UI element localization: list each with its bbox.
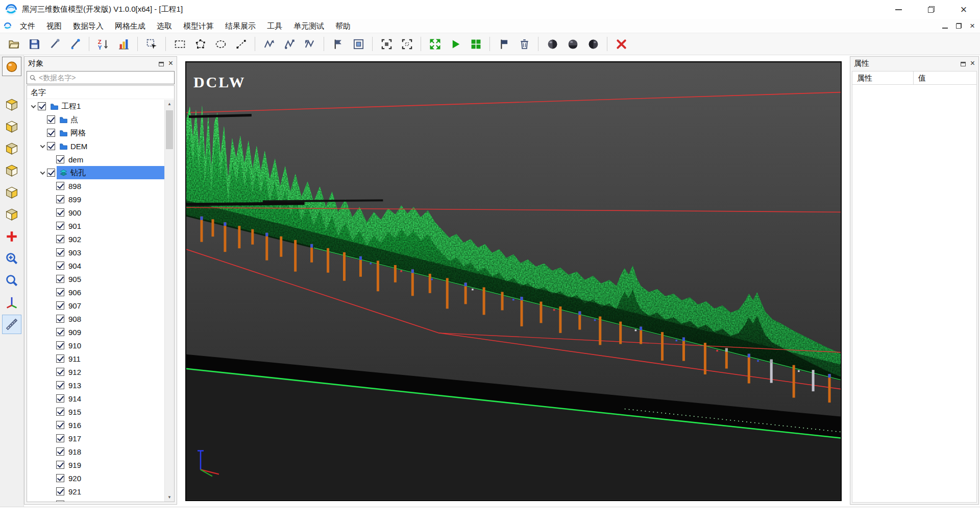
object-panel-float-button[interactable]: [159, 59, 164, 68]
menu-item-4[interactable]: 网格生成: [109, 19, 151, 33]
tree-checkbox[interactable]: [56, 301, 64, 310]
select-line-button[interactable]: [231, 35, 251, 53]
shade-mode-1-button[interactable]: [543, 35, 562, 53]
tree-checkbox[interactable]: [56, 501, 64, 502]
tree-row-core[interactable]: 918: [66, 445, 164, 458]
add-section-tool-button[interactable]: [2, 227, 21, 246]
shade-mode-3-button[interactable]: [583, 35, 603, 53]
tree-item-907[interactable]: 907: [27, 299, 164, 312]
probe-line-blue-button[interactable]: [65, 35, 85, 53]
tree-item-911[interactable]: 911: [27, 352, 164, 365]
tree-row-core[interactable]: 912: [66, 365, 164, 378]
tree-checkbox[interactable]: [56, 394, 64, 402]
tree-item-919[interactable]: 919: [27, 458, 164, 471]
chevron-down-icon[interactable]: [29, 105, 37, 108]
menu-item-9[interactable]: 单元测试: [288, 19, 330, 33]
tree-item-900[interactable]: 900: [27, 206, 164, 219]
tree-row-core[interactable]: 905: [66, 272, 164, 286]
close-button[interactable]: ×: [947, 0, 980, 19]
view-cube-back-button[interactable]: [2, 117, 21, 136]
tree-item-915[interactable]: 915: [27, 405, 164, 418]
fit-view-button[interactable]: [425, 35, 445, 53]
tree-checkbox[interactable]: [56, 381, 64, 389]
mdi-restore-button[interactable]: [956, 21, 962, 30]
zoom-in-tool-button[interactable]: [2, 249, 21, 268]
tree-checkbox[interactable]: [47, 115, 55, 124]
mdi-minimize-button[interactable]: [942, 21, 948, 30]
tree-row-core[interactable]: 工程1: [47, 100, 164, 113]
properties-column-value[interactable]: 值: [914, 72, 930, 84]
menu-item-2[interactable]: 视图: [41, 19, 67, 33]
menu-item-1[interactable]: 文件: [14, 19, 41, 33]
cell-pick-button[interactable]: [349, 35, 368, 53]
scrollbar-down-arrow[interactable]: ▼: [165, 493, 174, 502]
menu-item-8[interactable]: 工具: [261, 19, 288, 33]
extent-select-small-button[interactable]: [397, 35, 416, 53]
minimize-button[interactable]: [882, 0, 915, 19]
object-panel-close-button[interactable]: ×: [168, 59, 173, 67]
tree-item-工程1[interactable]: 工程1: [27, 100, 164, 113]
tree-row-core[interactable]: 917: [66, 432, 164, 445]
tree-checkbox[interactable]: [47, 142, 55, 150]
tree-row-core[interactable]: 网格: [57, 126, 164, 139]
tree-item-904[interactable]: 904: [27, 259, 164, 272]
tree-row-core[interactable]: 914: [66, 392, 164, 405]
tree-checkbox[interactable]: [56, 461, 64, 469]
tree-row-core[interactable]: 913: [66, 378, 164, 392]
tree-item-916[interactable]: 916: [27, 418, 164, 432]
tree-item-902[interactable]: 902: [27, 232, 164, 246]
select-ellipse-button[interactable]: [211, 35, 230, 53]
tree-item-905[interactable]: 905: [27, 272, 164, 286]
tree-row-core[interactable]: 901: [66, 219, 164, 232]
extent-select-button[interactable]: [377, 35, 396, 53]
view-cube-front-button[interactable]: [2, 95, 21, 114]
tree-checkbox[interactable]: [56, 195, 64, 203]
tree-checkbox[interactable]: [56, 474, 64, 482]
fence-select-1-button[interactable]: [259, 35, 279, 53]
cancel-action-button[interactable]: [611, 35, 631, 53]
tree-scrollbar[interactable]: ▲ ▼: [164, 100, 174, 502]
tree-checkbox[interactable]: [56, 182, 64, 190]
tree-checkbox[interactable]: [56, 248, 64, 256]
tree-checkbox[interactable]: [56, 421, 64, 429]
tree-row-core[interactable]: 922: [66, 498, 164, 502]
tree-checkbox[interactable]: [56, 235, 64, 243]
tree-item-dem[interactable]: dem: [27, 153, 164, 166]
tree-item-898[interactable]: 898: [27, 179, 164, 193]
histogram-button[interactable]: [114, 35, 133, 53]
tree-item-912[interactable]: 912: [27, 365, 164, 378]
tree-checkbox[interactable]: [56, 368, 64, 376]
tree-row-core[interactable]: 919: [66, 458, 164, 471]
tree-checkbox[interactable]: [47, 169, 55, 177]
tree-row-core[interactable]: 916: [66, 418, 164, 432]
tree-checkbox[interactable]: [56, 487, 64, 495]
tree-item-899[interactable]: 899: [27, 193, 164, 206]
tree-row-core[interactable]: dem: [66, 153, 164, 166]
flag-pick-button[interactable]: [328, 35, 348, 53]
pick-box-button[interactable]: [142, 35, 161, 53]
tree-item-点[interactable]: 点: [27, 113, 164, 126]
chevron-down-icon[interactable]: [38, 145, 46, 148]
tree-row-core[interactable]: 920: [66, 471, 164, 485]
tree-row-core[interactable]: 911: [66, 352, 164, 365]
menu-item-7[interactable]: 结果展示: [219, 19, 261, 33]
search-input[interactable]: [39, 74, 172, 82]
select-rect-button[interactable]: [170, 35, 189, 53]
tree-checkbox[interactable]: [56, 447, 64, 456]
restore-button[interactable]: [915, 0, 947, 19]
probe-line-button[interactable]: [45, 35, 64, 53]
tree-item-901[interactable]: 901: [27, 219, 164, 232]
tree-item-917[interactable]: 917: [27, 432, 164, 445]
tree-item-906[interactable]: 906: [27, 286, 164, 299]
menu-item-3[interactable]: 数据导入: [67, 19, 109, 33]
properties-column-name[interactable]: 属性: [852, 72, 914, 84]
open-file-button[interactable]: [4, 35, 23, 53]
tree-item-922[interactable]: 922: [27, 498, 164, 502]
tree-row-core[interactable]: 910: [66, 339, 164, 352]
tree-checkbox[interactable]: [56, 315, 64, 323]
tree-checkbox[interactable]: [56, 434, 64, 442]
tree-row-core[interactable]: 900: [66, 206, 164, 219]
tree-item-920[interactable]: 920: [27, 471, 164, 485]
tree-checkbox[interactable]: [56, 408, 64, 416]
tree-row-core[interactable]: 908: [66, 312, 164, 325]
